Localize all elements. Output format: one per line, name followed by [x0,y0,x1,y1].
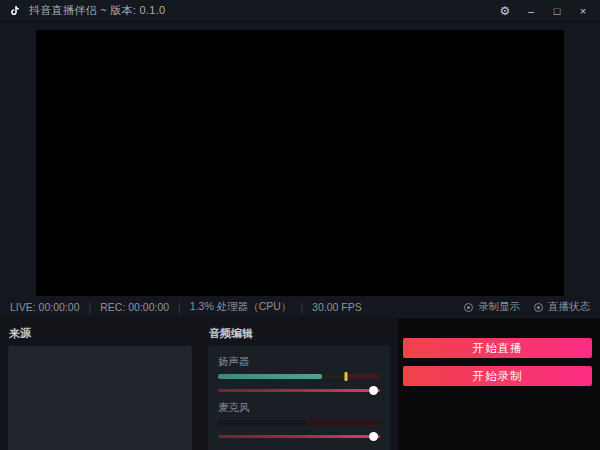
window-controls: ⚙ – □ × [494,2,594,20]
mic-label: 麦克风 [218,401,380,415]
cpu-usage: 1.3% 处理器（CPU） [190,300,292,314]
speaker-label: 扬声器 [218,355,380,369]
speaker-meter-fill [218,374,322,379]
preview-canvas[interactable] [36,30,564,296]
mic-slider-track [218,435,380,438]
live-timer: LIVE: 00:00:00 [10,301,79,313]
live-status-indicator[interactable]: 直播状态 [534,300,590,314]
recording-display-indicator-icon [464,303,473,312]
minimize-button[interactable]: – [520,2,542,20]
speaker-volume-slider[interactable] [218,386,380,395]
maximize-button[interactable]: □ [546,2,568,20]
recording-display-label: 录制显示 [478,300,520,314]
start-record-button[interactable]: 开始录制 [403,366,592,386]
live-status-indicator-icon [534,303,543,312]
window-title: 抖音直播伴侣 ~ 版本: 0.1.0 [29,3,166,18]
speaker-slider-knob[interactable] [369,386,378,395]
start-live-button[interactable]: 开始直播 [403,338,592,358]
tiktok-logo-icon [8,4,22,18]
mic-volume-meter [218,420,380,425]
titlebar: 抖音直播伴侣 ~ 版本: 0.1.0 ⚙ – □ × [0,0,600,22]
sources-list[interactable] [8,346,192,450]
rec-timer: REC: 00:00:00 [100,301,169,313]
audio-panel: 音频编辑 扬声器 麦克风 [200,319,398,450]
audio-panel-title: 音频编辑 [208,323,390,346]
separator: | [88,301,91,313]
bottom-section: 来源 + 添加内容 音频编辑 扬声器 麦克风 [0,318,600,450]
status-indicators: 录制显示 直播状态 [464,300,590,314]
app-window: 抖音直播伴侣 ~ 版本: 0.1.0 ⚙ – □ × LIVE: 00:00:0… [0,0,600,450]
fps-value: 30.00 FPS [312,301,362,313]
separator: | [300,301,303,313]
mic-slider-knob[interactable] [369,432,378,441]
speaker-volume-meter [218,374,380,379]
separator: | [178,301,181,313]
sources-panel-title: 来源 [8,323,192,346]
live-status-label: 直播状态 [548,300,590,314]
mic-volume-slider[interactable] [218,432,380,441]
audio-controls: 扬声器 麦克风 [208,346,390,450]
status-bar: LIVE: 00:00:00 | REC: 00:00:00 | 1.3% 处理… [0,296,600,318]
speaker-slider-track [218,389,380,392]
speaker-meter-marker[interactable] [344,372,347,381]
actions-panel: 开始直播 开始录制 [398,319,600,450]
recording-display-indicator[interactable]: 录制显示 [464,300,520,314]
settings-gear-icon[interactable]: ⚙ [494,2,516,20]
main-content: LIVE: 00:00:00 | REC: 00:00:00 | 1.3% 处理… [0,22,600,318]
status-metrics: LIVE: 00:00:00 | REC: 00:00:00 | 1.3% 处理… [10,300,362,314]
close-button[interactable]: × [572,2,594,20]
sources-panel: 来源 + 添加内容 [0,319,200,450]
